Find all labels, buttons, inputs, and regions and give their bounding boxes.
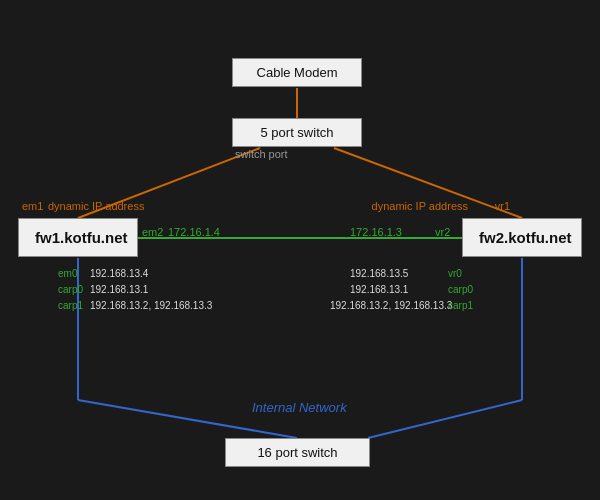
internal-network-label: Internal Network xyxy=(252,400,347,415)
fw1-carp0-ip: 192.168.13.1 xyxy=(90,284,148,295)
fw2-carp1-ip: 192.168.13.2, 192.168.13.3 xyxy=(330,300,452,311)
fw2-vr0-iface: vr0 xyxy=(448,268,462,279)
switch-port-label: switch port xyxy=(235,148,288,160)
fw2-vr1-label: vr1 xyxy=(495,200,510,212)
fw2-dynamic-label: dynamic IP address xyxy=(372,200,468,212)
fw1-label: fw1.kotfu.net xyxy=(35,229,128,246)
fw1-carp1-iface: carp1 xyxy=(58,300,83,311)
network-diagram: Cable Modem 5 port switch fw1.kotfu.net … xyxy=(0,0,600,500)
fw2-carp0-iface: carp0 xyxy=(448,284,473,295)
fw2-vr0-ip: 192.168.13.5 xyxy=(350,268,408,279)
switch16-label: 16 port switch xyxy=(257,445,337,460)
switch16-box: 16 port switch xyxy=(225,438,370,467)
fw1-carp1-ip: 192.168.13.2, 192.168.13.3 xyxy=(90,300,212,311)
cable-modem-label: Cable Modem xyxy=(257,65,338,80)
fw1-em0-iface: em0 xyxy=(58,268,77,279)
cable-modem-box: Cable Modem xyxy=(232,58,362,87)
fw1-em2-label: em2 xyxy=(142,226,163,238)
fw1-ip-label: 172.16.1.4 xyxy=(168,226,220,238)
fw1-em1-label: em1 xyxy=(22,200,43,212)
fw1-carp0-iface: carp0 xyxy=(58,284,83,295)
fw1-box: fw1.kotfu.net xyxy=(18,218,138,257)
svg-line-7 xyxy=(368,400,522,438)
fw1-dynamic-label: dynamic IP address xyxy=(48,200,144,212)
fw2-carp1-iface: carp1 xyxy=(448,300,473,311)
switch5-label: 5 port switch xyxy=(261,125,334,140)
fw2-vr2-label: vr2 xyxy=(435,226,450,238)
fw2-ip-label: 172.16.1.3 xyxy=(350,226,402,238)
fw1-em0-ip: 192.168.13.4 xyxy=(90,268,148,279)
fw2-label: fw2.kotfu.net xyxy=(479,229,572,246)
fw2-carp0-ip: 192.168.13.1 xyxy=(350,284,408,295)
fw2-box: fw2.kotfu.net xyxy=(462,218,582,257)
switch5-box: 5 port switch xyxy=(232,118,362,147)
